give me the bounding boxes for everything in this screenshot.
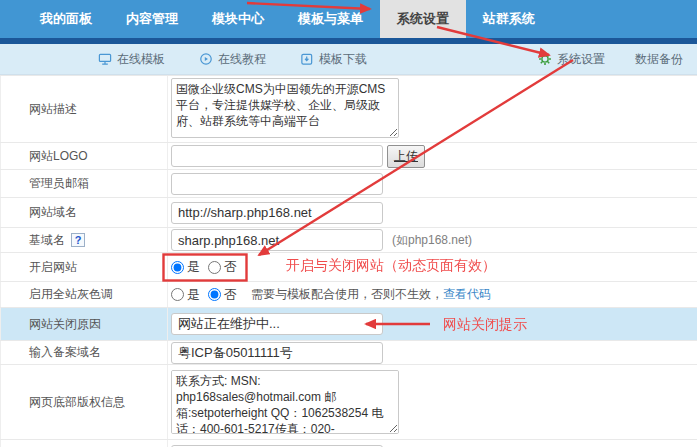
site-open-yes-text: 是 (187, 258, 200, 276)
close-reason-input[interactable] (171, 313, 383, 335)
site-open-no-text: 否 (224, 258, 237, 276)
gray-mode-note: 需要与模板配合使用，否则不生效， (251, 286, 443, 303)
tab-my-panel[interactable]: 我的面板 (23, 0, 109, 38)
gear-icon (538, 52, 552, 66)
site-domain-label: 网站域名 (0, 198, 168, 227)
data-backup-label: 数据备份 (635, 51, 683, 68)
toolbar-right-group: 系统设置 数据备份 (508, 51, 683, 68)
form-row-icp: 输入备案域名 (0, 341, 697, 365)
tab-content-management[interactable]: 内容管理 (109, 0, 195, 38)
data-backup-link[interactable]: 数据备份 (635, 51, 683, 68)
view-code-link[interactable]: 查看代码 (443, 286, 491, 303)
base-domain-hint: (如php168.net) (392, 232, 472, 249)
admin-settings-page: 我的面板 内容管理 模块中心 模板与菜单 系统设置 站群系统 在线模板 在线教程 (0, 0, 697, 447)
partial-label (0, 440, 168, 447)
gray-mode-label: 启用全站灰色调 (0, 282, 168, 307)
online-tutorials-label: 在线教程 (218, 51, 266, 68)
site-logo-label: 网站LOGO (0, 143, 168, 169)
tab-templates-menus[interactable]: 模板与菜单 (281, 0, 380, 38)
site-open-yes-input[interactable] (171, 261, 184, 274)
form-row-partial (0, 440, 697, 447)
base-domain-label-text: 基域名 (29, 232, 65, 249)
tab-module-center[interactable]: 模块中心 (195, 0, 281, 38)
base-domain-label: 基域名 ? (0, 228, 168, 252)
form-row-site-logo: 网站LOGO 上传 (0, 143, 697, 170)
gray-mode-yes-text: 是 (187, 286, 200, 304)
help-icon[interactable]: ? (71, 233, 85, 247)
site-description-textarea[interactable]: 国微企业级CMS为中国领先的开源CMS平台，专注提供媒学校、企业、局级政府、站群… (171, 78, 399, 138)
base-domain-input[interactable] (171, 229, 383, 251)
copyright-label: 网页底部版权信息 (0, 365, 168, 439)
form-row-gray-mode: 启用全站灰色调 是 否 需要与模板配合使用，否则不生效， 查看代码 (0, 282, 697, 308)
site-open-no-radio[interactable]: 否 (208, 258, 237, 276)
online-tutorials-link[interactable]: 在线教程 (199, 51, 266, 68)
close-reason-label: 网站关闭原因 (0, 308, 168, 340)
gray-mode-no-input[interactable] (208, 288, 221, 301)
top-navbar: 我的面板 内容管理 模块中心 模板与菜单 系统设置 站群系统 (0, 0, 697, 38)
secondary-toolbar: 在线模板 在线教程 模板下载 系统设置 (0, 44, 697, 75)
online-templates-label: 在线模板 (117, 51, 165, 68)
system-settings-label: 系统设置 (557, 51, 605, 68)
form-row-site-domain: 网站域名 (0, 198, 697, 228)
gray-mode-yes-input[interactable] (171, 288, 184, 301)
download-icon (300, 52, 314, 66)
gray-mode-no-radio[interactable]: 否 (208, 286, 237, 304)
form-row-site-open: 开启网站 是 否 (0, 253, 697, 282)
monitor-icon (98, 52, 112, 66)
icp-input[interactable] (171, 342, 383, 364)
template-download-label: 模板下载 (319, 51, 367, 68)
site-open-yes-radio[interactable]: 是 (171, 258, 200, 276)
tab-site-group[interactable]: 站群系统 (466, 0, 552, 38)
icp-label: 输入备案域名 (0, 341, 168, 364)
form-row-site-description: 网站描述 国微企业级CMS为中国领先的开源CMS平台，专注提供媒学校、企业、局级… (0, 75, 697, 143)
toolbar-left-group: 在线模板 在线教程 模板下载 (98, 51, 401, 68)
gray-mode-no-text: 否 (224, 286, 237, 304)
site-domain-input[interactable] (171, 202, 383, 224)
site-open-no-input[interactable] (208, 261, 221, 274)
tab-system-settings[interactable]: 系统设置 (380, 0, 466, 38)
form-row-close-reason: 网站关闭原因 (0, 308, 697, 341)
site-logo-input[interactable] (171, 145, 383, 167)
system-settings-link[interactable]: 系统设置 (538, 51, 605, 68)
site-settings-form: 网站描述 国微企业级CMS为中国领先的开源CMS平台，专注提供媒学校、企业、局级… (0, 75, 697, 447)
site-description-label: 网站描述 (0, 76, 168, 142)
admin-email-input[interactable] (171, 173, 383, 195)
tutorial-icon (199, 52, 213, 66)
site-open-label: 开启网站 (0, 253, 168, 281)
form-row-admin-email: 管理员邮箱 (0, 170, 697, 198)
online-templates-link[interactable]: 在线模板 (98, 51, 165, 68)
admin-email-label: 管理员邮箱 (0, 170, 168, 197)
gray-mode-yes-radio[interactable]: 是 (171, 286, 200, 304)
copyright-textarea[interactable]: 联系方式: MSN: php168sales@hotmail.com 邮箱:se… (171, 370, 399, 434)
form-row-copyright: 网页底部版权信息 联系方式: MSN: php168sales@hotmail.… (0, 365, 697, 440)
form-row-base-domain: 基域名 ? (如php168.net) (0, 228, 697, 253)
upload-button[interactable]: 上传 (387, 145, 425, 168)
template-download-link[interactable]: 模板下载 (300, 51, 367, 68)
